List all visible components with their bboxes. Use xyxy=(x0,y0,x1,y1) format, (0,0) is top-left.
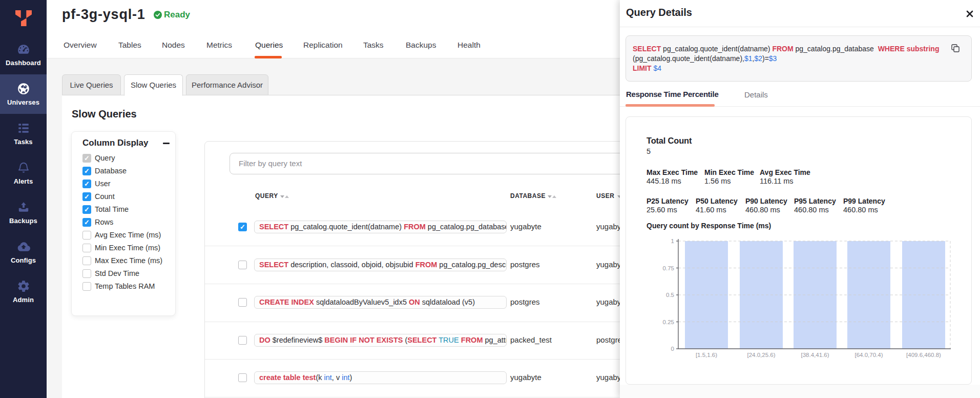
svg-text:0.25: 0.25 xyxy=(663,319,674,325)
svg-text:[409.6,460.8): [409.6,460.8) xyxy=(906,352,941,358)
svg-text:[1.5,1.6): [1.5,1.6) xyxy=(696,352,717,358)
svg-text:[64.0,70.4): [64.0,70.4) xyxy=(855,352,883,358)
svg-text:0: 0 xyxy=(671,346,674,352)
svg-text:0.75: 0.75 xyxy=(663,265,674,271)
svg-text:[24.0,25.6): [24.0,25.6) xyxy=(747,352,776,358)
svg-text:0.5: 0.5 xyxy=(666,292,674,298)
svg-text:1: 1 xyxy=(671,238,674,244)
svg-text:[38.4,41.6): [38.4,41.6) xyxy=(801,352,829,358)
